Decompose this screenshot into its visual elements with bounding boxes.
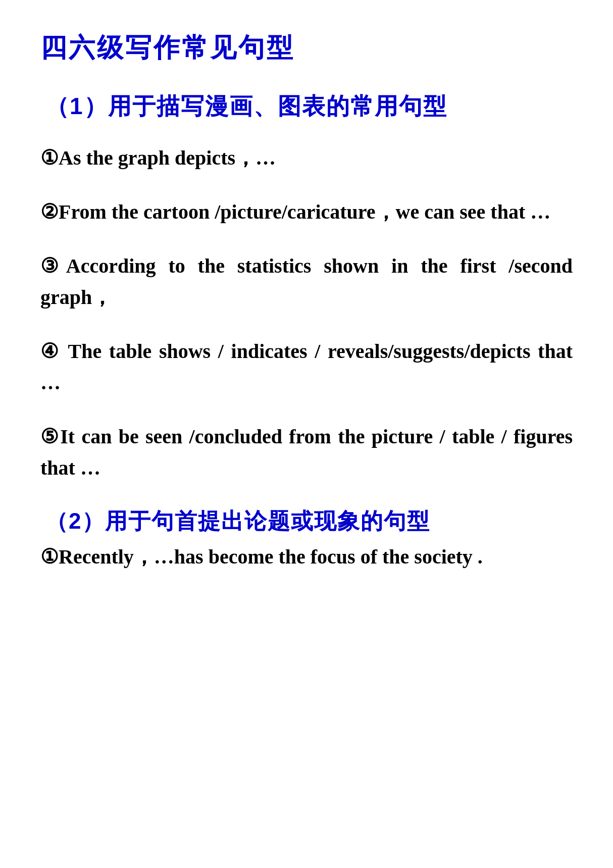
circled-number-4: ④	[40, 340, 61, 363]
circled-number-3: ③	[40, 254, 66, 277]
sentence-text-5: It can be seen /concluded from the pictu…	[40, 425, 573, 479]
sentence-text-6: Recently，…has become the focus of the so…	[59, 545, 483, 568]
sentence-text-3: According to the statistics shown in the…	[40, 254, 573, 309]
sentence-item-2: ②From the cartoon /picture/caricature，we…	[40, 196, 573, 228]
sentence-text-2: From the cartoon /picture/caricature，we …	[59, 200, 550, 223]
section2-title: （2）用于句首提出论题或现象的句型	[40, 506, 573, 536]
sentence-item-3: ③According to the statistics shown in th…	[40, 250, 573, 313]
sentence-text-1: As the graph depicts，…	[59, 146, 276, 169]
circled-number-5: ⑤	[40, 425, 60, 448]
sentence-item-4: ④ The table shows / indicates / reveals/…	[40, 336, 573, 398]
section1-title: （1）用于描写漫画、图表的常用句型	[40, 91, 573, 122]
circled-number-6: ①	[40, 545, 59, 568]
circled-number-2: ②	[40, 200, 59, 223]
sentence-item-6: ①Recently，…has become the focus of the s…	[40, 541, 573, 573]
circled-number-1: ①	[40, 146, 59, 169]
sentence-text-4: The table shows / indicates / reveals/su…	[40, 340, 573, 394]
main-title: 四六级写作常见句型	[40, 30, 573, 66]
sentence-item-5: ⑤It can be seen /concluded from the pict…	[40, 421, 573, 484]
sentence-item-1: ①As the graph depicts，…	[40, 142, 573, 174]
